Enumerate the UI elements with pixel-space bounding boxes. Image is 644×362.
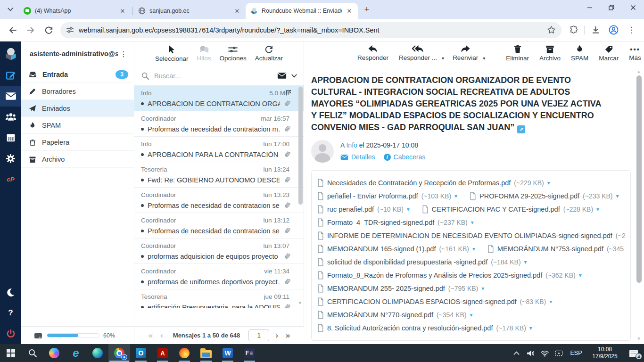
wifi-icon[interactable] [537, 344, 552, 362]
tab-whatsapp[interactable]: (4) WhatsApp ✕ [19, 3, 131, 19]
close-button[interactable] [622, 0, 644, 15]
folder-spam[interactable]: SPAM [21, 117, 134, 134]
file-explorer-icon[interactable] [195, 344, 217, 362]
compose-button[interactable] [0, 65, 21, 86]
contacts-nav-button[interactable] [0, 107, 21, 127]
attachment-name[interactable]: Formato_4_TDR-signed-signed.pdf [327, 219, 434, 226]
downloads-icon[interactable] [587, 22, 603, 38]
attachment-item[interactable]: 8. Solicitud Autorización contra y resol… [317, 324, 532, 332]
attachment-menu-caret-icon[interactable]: ▾ [470, 312, 472, 318]
reply-all-button[interactable]: Responder ... [397, 44, 439, 62]
message-list-item[interactable]: Info lun 17:00 APROBACION PARA LA CONTRA… [134, 137, 304, 162]
dark-mode-icon[interactable] [0, 282, 21, 303]
next-page-button[interactable]: › [274, 331, 280, 339]
folder-sent[interactable]: Enviados [21, 100, 134, 117]
search-options-chevron-icon[interactable] [291, 74, 297, 78]
forward-dropdown-icon[interactable]: ▾ [483, 56, 485, 61]
extensions-icon[interactable] [565, 22, 581, 38]
folder-drafts[interactable]: Borradores [21, 83, 134, 100]
spam-button[interactable]: SPAM [569, 44, 590, 63]
word-icon[interactable]: W [217, 344, 239, 362]
acrobat-icon[interactable]: A [152, 344, 173, 362]
reload-button[interactable] [41, 22, 57, 38]
attachment-item[interactable]: INFORME DE DETERMINACION DE NECESIDAD EV… [317, 231, 625, 240]
clock[interactable]: 10:08 17/9/2025 [586, 346, 623, 360]
message-list-item[interactable]: Tesoreria lun 13:24 Fwd: Re: GOBIERNO AU… [134, 162, 304, 188]
folder-archive[interactable]: Archivo [21, 151, 134, 168]
attachment-name[interactable]: INFORME DE DETERMINACION DE NECESIDAD EV… [327, 232, 612, 239]
recipient-link[interactable]: Info [346, 141, 357, 149]
site-settings-icon[interactable] [66, 26, 74, 34]
attachment-name[interactable]: MEMORÁNDUM N°770-signed.pdf [327, 311, 433, 319]
bookmark-star-icon[interactable] [547, 25, 556, 34]
attachment-item[interactable]: MEMORÁNDUM N°770-signed.pdf (~354 KB) ▾ [317, 311, 472, 319]
tab-close-icon[interactable]: ✕ [233, 7, 241, 15]
logout-power-icon[interactable] [0, 323, 21, 344]
copilot-icon[interactable] [43, 344, 65, 362]
attachment-item[interactable]: Formato_8_Razón de Proformas y Análisis … [317, 271, 582, 280]
attachment-menu-caret-icon[interactable]: ▾ [616, 193, 619, 199]
attachment-item[interactable]: MEMORANDUM 165-signed (1).pdf (~161 KB) … [317, 245, 475, 253]
mark-button[interactable]: Marcar [597, 44, 620, 63]
attachment-name[interactable]: MEMORANDUM 165-signed (1).pdf [327, 245, 436, 253]
restore-button[interactable] [601, 0, 622, 15]
list-scrollbar-thumb[interactable] [298, 87, 303, 205]
reply-button[interactable]: Responder [355, 44, 390, 62]
attachment-name[interactable]: MEMORÁNDUM N°753-signed.pdf [497, 245, 603, 253]
cpanel-icon[interactable]: cP [0, 169, 21, 189]
page-number-input[interactable] [248, 329, 269, 341]
threads-button[interactable]: Hilos [195, 44, 213, 63]
keyboard-language[interactable]: ESP [566, 350, 586, 356]
options-button[interactable]: Opciones [218, 44, 248, 63]
tab-search-button[interactable] [4, 3, 17, 16]
attachment-name[interactable]: 8. Solicitud Autorización contra y resol… [327, 324, 493, 332]
reply-all-dropdown-icon[interactable]: ▾ [442, 56, 444, 61]
cast-icon[interactable] [552, 344, 566, 362]
forward-button[interactable]: Reenviar [451, 44, 480, 62]
search-input[interactable] [154, 72, 272, 80]
last-page-button[interactable]: » [284, 331, 291, 339]
attachment-menu-caret-icon[interactable]: ▾ [472, 246, 475, 252]
attachment-item[interactable]: solicitud de disponibilidad presupuestar… [317, 258, 527, 266]
search-scope-envelope-icon[interactable] [277, 72, 287, 79]
attachment-item[interactable]: CERTIFICACION OLIMPIADAS ESPACIOS-signed… [317, 297, 552, 306]
delete-button[interactable]: Eliminar [504, 44, 531, 63]
reading-scroll-down-arrow[interactable]: ▼ [636, 336, 641, 341]
attachment-item[interactable]: Necesidades de Contratación y Recepción … [317, 179, 550, 187]
tray-chevron-up-icon[interactable] [509, 344, 523, 362]
address-bar[interactable]: webmail.sanjuan.gob.ec/cpsess1988317614/… [60, 22, 561, 38]
attachment-name[interactable]: CERTIFICACION PAC Y CATE-signed.pdf [432, 206, 560, 213]
tab-close-icon[interactable]: ✕ [346, 7, 353, 15]
attachment-name[interactable]: CERTIFICACION OLIMPIADAS ESPACIOS-signed… [327, 298, 517, 305]
attachment-item[interactable]: MEMORANDUM 255- 2025-signed.pdf (~795 KB… [317, 284, 484, 293]
attachment-name[interactable]: solicitud de disponibilidad presupuestar… [327, 258, 487, 266]
more-button[interactable]: ••• Más [627, 44, 643, 62]
attachment-item[interactable]: MEMORÁNDUM N°753-signed.pdf (~345 KB) ▾ [487, 245, 625, 253]
attachment-name[interactable]: MEMORANDUM 255- 2025-signed.pdf [327, 285, 445, 292]
attachment-name[interactable]: Formato_8_Razón de Proformas y Análisis … [327, 272, 542, 279]
message-list-item[interactable]: Info 5.0 MB APROBACION DE CONTRATACION O… [134, 86, 304, 111]
attachment-name[interactable]: Necesidades de Contratación y Recepción … [327, 179, 511, 187]
message-list-item[interactable]: Coordinador vie 11:34 proformas de unifo… [134, 264, 304, 289]
attachment-name[interactable]: PROFORMA 29-2025-signed.pdf [479, 192, 579, 200]
f-app-icon[interactable]: F≡ [239, 344, 260, 362]
message-list-item[interactable]: Tesoreria jue 09:11 ertificación Presupu… [134, 289, 304, 308]
attachment-menu-caret-icon[interactable]: ▾ [529, 325, 532, 331]
attachment-menu-caret-icon[interactable]: ▾ [596, 206, 599, 213]
tab-roundcube-active[interactable]: Roundcube Webmail :: Enviados ✕ [246, 3, 358, 19]
tab-close-icon[interactable]: ✕ [119, 7, 126, 15]
attachment-item[interactable]: peñafiel - Enviar Proforma.pdf (~103 KB)… [317, 192, 457, 200]
calendar-nav-button[interactable] [0, 127, 21, 148]
firefox-icon[interactable] [173, 344, 195, 362]
archive-button[interactable]: Archivo [537, 44, 562, 63]
open-in-new-window-icon[interactable]: ↗ [517, 125, 525, 133]
internet-explorer-icon[interactable]: e [65, 344, 87, 362]
flag-icon[interactable] [285, 89, 292, 96]
prev-page-button[interactable]: ‹ [159, 331, 165, 339]
attachment-item[interactable]: Formato_4_TDR-signed-signed.pdf (~237 KB… [317, 218, 474, 227]
attachment-menu-caret-icon[interactable]: ▾ [579, 272, 582, 279]
back-button[interactable] [5, 22, 21, 38]
folder-inbox[interactable]: Entrada 3 [21, 66, 134, 83]
tab-sanjuan[interactable]: sanjuan.gob.ec ✕ [133, 3, 246, 19]
attachment-menu-caret-icon[interactable]: ▾ [524, 259, 527, 265]
